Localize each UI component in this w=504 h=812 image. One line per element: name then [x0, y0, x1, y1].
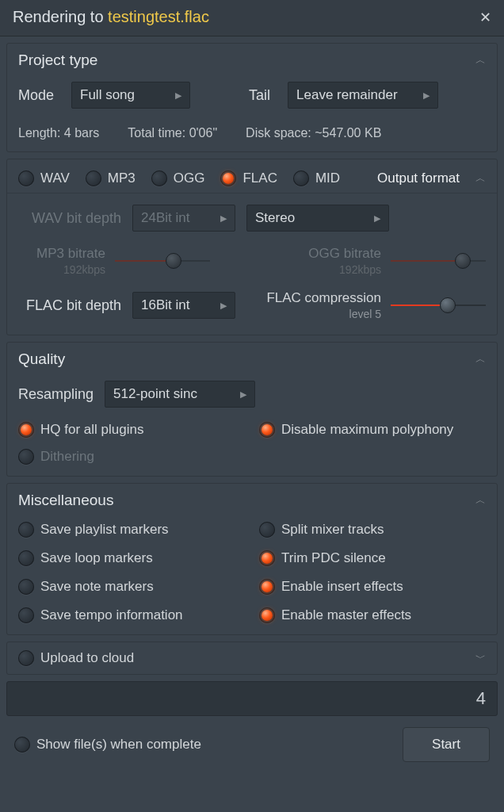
resampling-value: 512-point sinc	[113, 386, 197, 402]
trim-pdc-toggle[interactable]: Trim PDC silence	[259, 550, 486, 566]
tail-value: Leave remainder	[296, 87, 398, 103]
disable-polyphony-toggle[interactable]: Disable maximum polyphony	[259, 422, 486, 438]
radio-icon	[14, 737, 30, 753]
radio-icon	[18, 422, 34, 438]
mp3-bitrate-slider[interactable]	[115, 252, 210, 270]
chevron-up-icon: ︿	[475, 352, 486, 366]
split-mixer-toggle[interactable]: Split mixer tracks	[259, 522, 486, 538]
enable-master-toggle[interactable]: Enable master effects	[259, 607, 486, 623]
radio-icon	[18, 650, 34, 666]
radio-icon	[151, 170, 167, 186]
radio-icon	[259, 522, 275, 538]
radio-icon	[18, 550, 34, 566]
radio-icon	[220, 170, 236, 186]
format-mp3[interactable]: MP3	[86, 170, 136, 186]
upload-cloud-toggle[interactable]: Upload to cloud	[18, 650, 134, 666]
ogg-bitrate-label: OGG bitrate	[308, 246, 381, 262]
upload-cloud-panel[interactable]: Upload to cloud ﹀	[6, 642, 498, 675]
tail-dropdown[interactable]: Leave remainder ▶	[288, 82, 438, 109]
slider-thumb[interactable]	[440, 297, 456, 313]
flac-comp-slider[interactable]	[391, 297, 486, 314]
radio-icon	[18, 579, 34, 595]
radio-icon	[18, 170, 34, 186]
project-type-panel: Project type ︿ Mode Full song ▶ Tail Lea…	[6, 43, 498, 152]
wav-depth-value: 24Bit int	[141, 210, 189, 226]
triangle-right-icon: ▶	[220, 301, 227, 311]
format-flac[interactable]: FLAC	[220, 170, 277, 186]
resampling-label: Resampling	[18, 386, 94, 403]
misc-panel: Miscellaneous ︿ Save playlist markers Sp…	[6, 483, 498, 635]
ogg-bitrate-slider[interactable]	[391, 252, 486, 270]
title-filename: testingtest.flac	[108, 8, 209, 25]
misc-header[interactable]: Miscellaneous ︿	[7, 484, 497, 514]
length-info: Length: 4 bars	[18, 126, 99, 140]
chevron-up-icon: ︿	[475, 53, 486, 67]
triangle-right-icon: ▶	[175, 90, 181, 101]
mp3-bitrate-value: 192kbps	[63, 263, 105, 276]
radio-icon	[86, 170, 101, 186]
radio-icon	[259, 579, 275, 595]
channels-dropdown[interactable]: Stereo ▶	[246, 205, 389, 232]
window-title: Rendering to testingtest.flac	[13, 8, 209, 26]
start-button[interactable]: Start	[403, 727, 490, 762]
radio-icon	[18, 607, 34, 623]
format-wav[interactable]: WAV	[18, 170, 70, 186]
enable-insert-toggle[interactable]: Enable insert effects	[259, 579, 486, 595]
disk-space-info: Disk space: ~547.00 KB	[246, 126, 381, 140]
progress-bar: 4	[6, 681, 498, 716]
slider-thumb[interactable]	[166, 253, 181, 269]
format-mid[interactable]: MID	[293, 170, 340, 186]
chevron-up-icon: ︿	[475, 493, 486, 508]
titlebar: Rendering to testingtest.flac ✕	[0, 0, 504, 36]
save-loop-toggle[interactable]: Save loop markers	[18, 550, 245, 566]
resampling-dropdown[interactable]: 512-point sinc ▶	[105, 381, 255, 408]
triangle-right-icon: ▶	[423, 90, 430, 101]
save-note-toggle[interactable]: Save note markers	[18, 579, 245, 595]
radio-icon	[259, 422, 275, 438]
triangle-right-icon: ▶	[374, 213, 380, 224]
render-dialog: Rendering to testingtest.flac ✕ Project …	[0, 0, 504, 812]
ogg-bitrate-value: 192kbps	[339, 263, 381, 276]
radio-icon	[293, 170, 309, 186]
radio-icon	[18, 522, 34, 538]
flac-depth-dropdown[interactable]: 16Bit int ▶	[132, 292, 235, 319]
flac-depth-value: 16Bit int	[141, 297, 189, 313]
project-type-title: Project type	[18, 52, 97, 69]
triangle-right-icon: ▶	[220, 213, 227, 224]
output-format-panel: WAV MP3 OGG FLAC MID Output format ︿ WAV…	[6, 159, 498, 335]
save-playlist-toggle[interactable]: Save playlist markers	[18, 522, 245, 538]
triangle-right-icon: ▶	[240, 389, 246, 400]
close-icon[interactable]: ✕	[479, 9, 491, 26]
quality-title: Quality	[18, 350, 65, 368]
save-tempo-toggle[interactable]: Save tempo information	[18, 607, 245, 623]
title-prefix: Rendering to	[13, 8, 108, 25]
flac-comp-value: level 5	[349, 308, 381, 320]
dithering-toggle[interactable]: Dithering	[18, 449, 245, 465]
tail-label: Tail	[249, 87, 270, 104]
mode-label: Mode	[18, 87, 54, 104]
radio-icon	[18, 449, 34, 465]
quality-panel: Quality ︿ Resampling 512-point sinc ▶ HQ…	[6, 342, 498, 477]
quality-header[interactable]: Quality ︿	[7, 343, 497, 373]
chevron-down-icon: ﹀	[475, 651, 486, 665]
output-format-header[interactable]: Output format	[377, 170, 460, 186]
hq-plugins-toggle[interactable]: HQ for all plugins	[18, 422, 245, 438]
progress-value: 4	[476, 688, 486, 709]
flac-depth-label: FLAC bit depth	[18, 297, 121, 314]
flac-comp-label: FLAC compression	[266, 290, 381, 306]
chevron-up-icon: ︿	[475, 171, 486, 186]
mode-value: Full song	[80, 87, 135, 103]
show-files-toggle[interactable]: Show file(s) when complete	[14, 737, 201, 753]
wav-depth-dropdown[interactable]: 24Bit int ▶	[132, 205, 235, 232]
radio-icon	[259, 550, 275, 566]
total-time-info: Total time: 0'06"	[128, 126, 217, 140]
misc-title: Miscellaneous	[18, 492, 113, 509]
channels-value: Stereo	[255, 210, 295, 226]
radio-icon	[259, 607, 275, 623]
mp3-bitrate-label: MP3 bitrate	[36, 246, 105, 262]
mode-dropdown[interactable]: Full song ▶	[71, 82, 190, 109]
wav-depth-label: WAV bit depth	[18, 210, 121, 227]
format-ogg[interactable]: OGG	[151, 170, 205, 186]
project-type-header[interactable]: Project type ︿	[7, 44, 497, 74]
slider-thumb[interactable]	[455, 253, 471, 269]
